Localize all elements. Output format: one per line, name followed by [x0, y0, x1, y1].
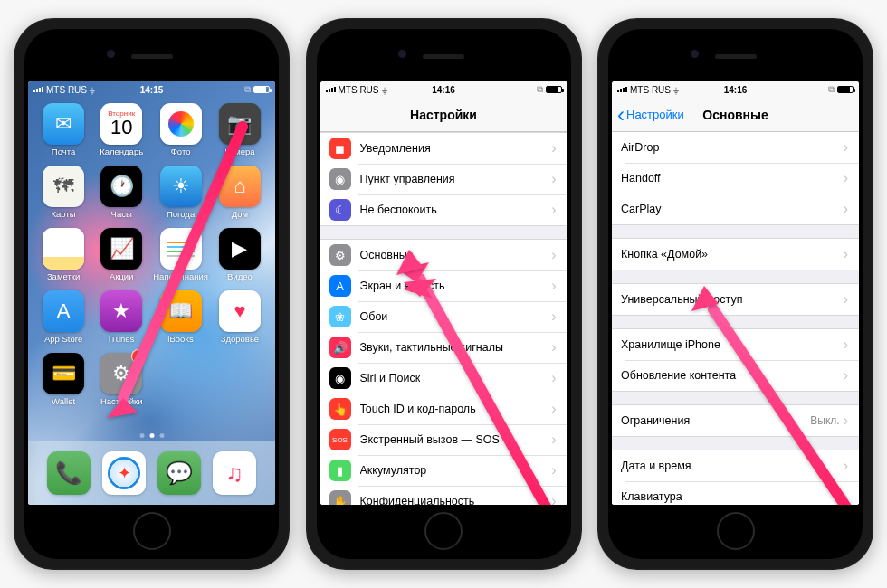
app-icon[interactable]: Вторник10: [100, 103, 142, 145]
carrier-label: MTS RUS: [630, 85, 671, 95]
status-bar: MTS RUS ⏚ 14:16 ⧉: [320, 81, 567, 98]
row-label: Не беспокоить: [360, 204, 552, 216]
navbar: Настройки Основные: [612, 98, 859, 132]
row-icon: ◉: [329, 367, 351, 389]
dock-messages[interactable]: 💬: [157, 451, 201, 495]
phone-general: MTS RUS ⏚ 14:16 ⧉ Настройки Основные Air…: [597, 18, 873, 570]
row-Не беспокоить[interactable]: ☾Не беспокоить›: [320, 194, 567, 225]
battery-icon: [253, 86, 270, 93]
speaker-slot: [715, 54, 757, 59]
battery-icon: [837, 86, 854, 93]
app-Календарь[interactable]: Вторник10Календарь: [95, 103, 148, 156]
app-icon[interactable]: A: [43, 290, 84, 332]
row-icon: 👆: [329, 398, 351, 420]
app-label: Wallet: [52, 396, 75, 406]
dock-music[interactable]: ♫: [213, 451, 256, 495]
app-label: Календарь: [100, 147, 143, 156]
bezel: MTS RUS ⏚ 14:15 ⧉ ✉ПочтаВторник10Календа…: [24, 29, 279, 559]
row-AirDrop[interactable]: AirDrop›: [612, 132, 859, 163]
phone-home: MTS RUS ⏚ 14:15 ⧉ ✉ПочтаВторник10Календа…: [14, 18, 290, 570]
row-Уведомления[interactable]: ◼Уведомления›: [320, 133, 567, 164]
dock-phone[interactable]: 📞: [47, 451, 91, 495]
app-Карты[interactable]: 🗺Карты: [37, 166, 90, 219]
row-label: Handoff: [621, 172, 844, 185]
dock-safari[interactable]: ✦: [102, 451, 146, 495]
bezel: MTS RUS ⏚ 14:16 ⧉ Настройки Основные Air…: [608, 29, 863, 559]
app-label: Карты: [52, 209, 76, 219]
bluetooth-icon: ⧉: [828, 84, 835, 95]
bezel: MTS RUS ⏚ 14:16 ⧉ Настройки ◼Уведомления…: [317, 29, 571, 559]
front-camera: [107, 50, 115, 58]
app-icon[interactable]: ✉: [43, 103, 84, 145]
general-screen: MTS RUS ⏚ 14:16 ⧉ Настройки Основные Air…: [612, 81, 859, 505]
chevron-icon: ›: [844, 139, 848, 156]
row-Handoff[interactable]: Handoff›: [612, 163, 859, 194]
svg-marker-8: [691, 286, 719, 311]
home-button[interactable]: [424, 512, 463, 550]
front-camera: [398, 50, 406, 58]
back-button[interactable]: Настройки: [617, 108, 684, 121]
signal-icon: [326, 87, 336, 92]
carrier-label: MTS RUS: [339, 85, 379, 95]
row-icon: ☾: [329, 199, 351, 221]
chevron-icon: ›: [551, 171, 556, 187]
row-icon: ◼: [329, 138, 351, 159]
speaker-slot: [131, 54, 173, 59]
home-button[interactable]: [133, 512, 171, 550]
row-icon: SOS: [329, 429, 351, 450]
row-label: Пункт управления: [360, 173, 552, 185]
nav-title: Основные: [702, 108, 768, 122]
app-icon[interactable]: [43, 228, 84, 270]
bluetooth-icon: ⧉: [244, 84, 251, 95]
front-camera: [691, 50, 699, 58]
app-icon[interactable]: 💳: [43, 353, 84, 394]
chevron-icon: ›: [551, 140, 556, 156]
chevron-icon: ›: [844, 246, 848, 262]
app-icon[interactable]: [160, 103, 202, 145]
row-icon: A: [329, 275, 351, 297]
app-label: App Store: [44, 334, 82, 344]
svg-line-2: [420, 279, 556, 505]
row-icon: 🔊: [329, 337, 351, 358]
home-button[interactable]: [717, 512, 755, 550]
speaker-slot: [423, 54, 464, 59]
chevron-icon: ›: [551, 202, 556, 218]
row-Кнопка «Домой»[interactable]: Кнопка «Домой»›: [612, 239, 859, 270]
wifi-icon: ⏚: [90, 85, 95, 95]
battery-icon: [546, 86, 562, 93]
carrier-label: MTS RUS: [46, 85, 87, 95]
row-icon: ◉: [329, 168, 351, 190]
status-bar: MTS RUS ⏚ 14:16 ⧉: [612, 81, 859, 98]
home-screen: MTS RUS ⏚ 14:15 ⧉ ✉ПочтаВторник10Календа…: [28, 81, 275, 505]
clock: 14:16: [724, 85, 748, 95]
wifi-icon: ⏚: [382, 85, 387, 95]
svg-line-7: [713, 309, 858, 505]
app-icon[interactable]: 🗺: [43, 166, 84, 207]
clock: 14:15: [140, 85, 164, 95]
chevron-icon: ›: [844, 170, 848, 186]
svg-marker-6: [396, 250, 424, 275]
row-icon: ⚙: [329, 244, 351, 266]
navbar: Настройки: [320, 98, 567, 132]
row-Пункт управления[interactable]: ◉Пункт управления›: [320, 164, 567, 194]
row-icon: ❀: [329, 306, 351, 327]
bluetooth-icon: ⧉: [537, 84, 543, 95]
app-Wallet[interactable]: 💳Wallet: [37, 353, 90, 406]
signal-icon: [33, 87, 43, 92]
row-CarPlay[interactable]: CarPlay›: [612, 194, 859, 224]
nav-title: Настройки: [410, 108, 477, 122]
settings-screen: MTS RUS ⏚ 14:16 ⧉ Настройки ◼Уведомления…: [320, 81, 567, 505]
status-bar: MTS RUS ⏚ 14:15 ⧉: [28, 81, 275, 98]
chevron-icon: ›: [844, 201, 848, 217]
app-label: Фото: [171, 147, 191, 156]
app-App Store[interactable]: AApp Store: [37, 290, 90, 344]
row-label: CarPlay: [621, 203, 844, 215]
dock: 📞✦💬♫: [28, 441, 275, 505]
app-Заметки[interactable]: Заметки: [37, 228, 90, 281]
signal-icon: [617, 87, 627, 92]
app-label: Почта: [52, 147, 75, 156]
row-icon: ✋: [329, 490, 351, 505]
app-Фото[interactable]: Фото: [153, 103, 208, 156]
app-Почта[interactable]: ✉Почта: [37, 103, 90, 156]
wifi-icon: ⏚: [673, 85, 679, 95]
